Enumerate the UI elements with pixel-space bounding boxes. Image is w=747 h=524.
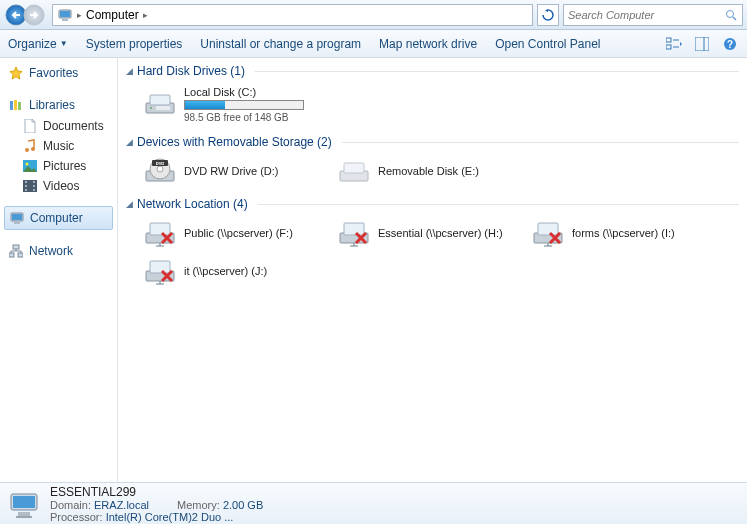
svg-rect-24 [25, 185, 27, 187]
collapse-icon: ◢ [126, 199, 133, 209]
pictures-icon [22, 158, 38, 174]
chevron-right-icon: ▸ [143, 10, 148, 20]
preview-pane-button[interactable] [693, 35, 711, 53]
drive-network[interactable]: it (\\pcserver) (J:) [144, 257, 314, 285]
drive-label: Essential (\\pcserver) (H:) [378, 227, 503, 239]
status-value: Intel(R) Core(TM)2 Duo ... [106, 511, 234, 523]
sidebar-label: Videos [43, 179, 79, 193]
sidebar-item-videos[interactable]: Videos [0, 176, 117, 196]
svg-rect-53 [150, 261, 170, 273]
network-drive-disconnected-icon [338, 219, 370, 247]
svg-point-19 [31, 147, 35, 151]
drive-usage-bar [184, 100, 304, 110]
svg-rect-56 [18, 512, 30, 516]
search-input[interactable] [568, 9, 720, 21]
svg-rect-34 [18, 253, 23, 257]
music-icon [22, 138, 38, 154]
star-icon [8, 65, 24, 81]
organize-menu[interactable]: Organize▼ [8, 37, 68, 51]
sidebar-item-pictures[interactable]: Pictures [0, 156, 117, 176]
sidebar-label: Music [43, 139, 74, 153]
status-bar: ESSENTIAL299 Domain: ERAZ.local Memory: … [0, 482, 747, 524]
nav-buttons[interactable] [4, 3, 48, 27]
drive-label: Removable Disk (E:) [378, 165, 479, 177]
category-removable: ◢ Devices with Removable Storage (2) DVD… [126, 133, 739, 185]
drive-network[interactable]: Public (\\pcserver) (F:) [144, 219, 314, 247]
svg-rect-31 [14, 222, 20, 224]
document-icon [22, 118, 38, 134]
uninstall-link[interactable]: Uninstall or change a program [200, 37, 361, 51]
computer-icon [9, 210, 25, 226]
status-key: Memory: [177, 499, 220, 511]
category-label: Network Location (4) [137, 197, 248, 211]
svg-rect-16 [14, 100, 17, 110]
drive-dvd[interactable]: DVD DVD RW Drive (D:) [144, 157, 314, 185]
svg-rect-4 [62, 19, 68, 21]
svg-text:DVD: DVD [156, 161, 165, 166]
divider [342, 142, 739, 143]
sidebar-computer[interactable]: Computer [4, 206, 113, 230]
open-control-panel-link[interactable]: Open Control Panel [495, 37, 600, 51]
category-header[interactable]: ◢ Network Location (4) [126, 195, 739, 213]
sidebar: Favorites Libraries Documents Music Pict… [0, 58, 118, 482]
drive-label: DVD RW Drive (D:) [184, 165, 279, 177]
sidebar-label: Documents [43, 119, 104, 133]
svg-point-36 [150, 107, 152, 109]
status-key: Processor: [50, 511, 103, 523]
content-pane: ◢ Hard Disk Drives (1) Local Disk (C:) 9… [118, 58, 747, 482]
svg-rect-25 [25, 189, 27, 191]
chevron-down-icon: ▼ [60, 39, 68, 48]
network-icon [8, 243, 24, 259]
svg-rect-38 [150, 95, 170, 105]
drive-removable[interactable]: Removable Disk (E:) [338, 157, 508, 185]
search-box[interactable] [563, 4, 743, 26]
svg-rect-32 [13, 245, 19, 249]
svg-rect-8 [666, 45, 671, 49]
svg-text:?: ? [727, 39, 733, 50]
drive-label: forms (\\pcserver) (I:) [572, 227, 675, 239]
help-button[interactable]: ? [721, 35, 739, 53]
svg-rect-47 [150, 223, 170, 235]
sidebar-label: Network [29, 244, 73, 258]
svg-rect-37 [156, 106, 170, 110]
status-value: 2.00 GB [223, 499, 263, 511]
drive-label: Public (\\pcserver) (F:) [184, 227, 293, 239]
collapse-icon: ◢ [126, 137, 133, 147]
category-header[interactable]: ◢ Devices with Removable Storage (2) [126, 133, 739, 151]
videos-icon [22, 178, 38, 194]
view-options-button[interactable] [665, 35, 683, 53]
network-drive-disconnected-icon [532, 219, 564, 247]
map-network-link[interactable]: Map network drive [379, 37, 477, 51]
svg-point-41 [157, 166, 163, 172]
sidebar-label: Pictures [43, 159, 86, 173]
divider [258, 204, 739, 205]
category-label: Devices with Removable Storage (2) [137, 135, 332, 149]
svg-rect-51 [538, 223, 558, 235]
network-drive-disconnected-icon [144, 257, 176, 285]
drive-network[interactable]: forms (\\pcserver) (I:) [532, 219, 702, 247]
libraries-icon [8, 97, 24, 113]
refresh-button[interactable] [537, 4, 559, 26]
sidebar-libraries[interactable]: Libraries [0, 94, 117, 116]
svg-rect-11 [695, 37, 709, 51]
drive-local-c[interactable]: Local Disk (C:) 98.5 GB free of 148 GB [144, 86, 344, 123]
sidebar-item-music[interactable]: Music [0, 136, 117, 156]
drive-free: 98.5 GB free of 148 GB [184, 112, 304, 123]
svg-point-21 [26, 163, 29, 166]
svg-rect-7 [666, 38, 671, 42]
sidebar-label: Libraries [29, 98, 75, 112]
svg-rect-55 [13, 496, 35, 508]
system-properties-link[interactable]: System properties [86, 37, 183, 51]
sidebar-network[interactable]: Network [0, 240, 117, 262]
dvd-icon: DVD [144, 157, 176, 185]
category-header[interactable]: ◢ Hard Disk Drives (1) [126, 62, 739, 80]
category-network: ◢ Network Location (4) Public (\\pcserve… [126, 195, 739, 285]
sidebar-label: Favorites [29, 66, 78, 80]
breadcrumb[interactable]: ▸ Computer ▸ [52, 4, 533, 26]
breadcrumb-segment[interactable]: Computer [86, 8, 139, 22]
sidebar-favorites[interactable]: Favorites [0, 62, 117, 84]
svg-line-6 [733, 17, 736, 20]
sidebar-item-documents[interactable]: Documents [0, 116, 117, 136]
svg-rect-28 [33, 189, 35, 191]
drive-network[interactable]: Essential (\\pcserver) (H:) [338, 219, 508, 247]
